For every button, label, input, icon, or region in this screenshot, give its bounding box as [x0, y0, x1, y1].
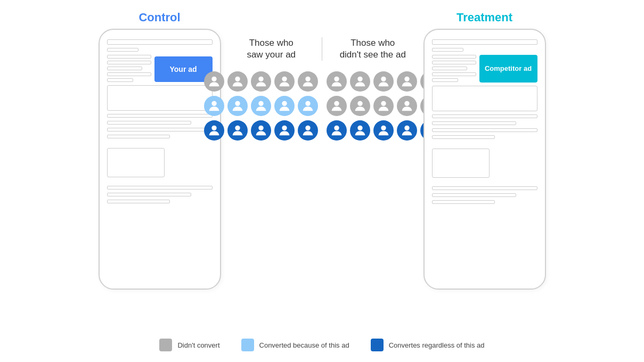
middle-section: Those whosaw your ad Those whodidn't see… — [221, 11, 423, 141]
person-db-3 — [251, 120, 271, 141]
person-db-5 — [298, 120, 318, 141]
phone-line — [432, 193, 516, 197]
svg-point-1 — [235, 77, 240, 81]
phone-line — [107, 128, 213, 131]
control-phone: Your ad — [99, 29, 221, 290]
your-ad-label: Your ad — [170, 65, 197, 73]
phone-line — [432, 78, 459, 82]
person-gray-4 — [274, 71, 295, 92]
person-lb-4 — [274, 96, 295, 116]
legend-label-regardless: Convertes regardless of this ad — [389, 341, 485, 349]
your-ad-block: Your ad — [154, 56, 213, 82]
person-lb-1 — [204, 96, 224, 116]
people-row-gray — [221, 71, 423, 92]
svg-point-5 — [334, 77, 339, 81]
svg-point-0 — [211, 77, 216, 81]
phone-bar-1 — [107, 39, 213, 45]
person-db-1 — [204, 120, 224, 141]
person-db-6 — [327, 120, 347, 141]
right-column-header: Those whodidn't see the ad — [322, 37, 423, 61]
phone-line — [432, 72, 476, 76]
person-db-8 — [373, 120, 394, 141]
phone-line — [107, 55, 151, 59]
lines-group-t1 — [432, 48, 537, 52]
people-row-lightblue — [221, 96, 423, 116]
person-lb-8 — [373, 96, 394, 116]
legend-color-darkblue — [371, 339, 384, 351]
control-section: Control Your ad — [99, 11, 221, 290]
person-db-2 — [227, 120, 248, 141]
legend-label-didnt: Didn't convert — [177, 341, 219, 349]
phone-line — [432, 48, 463, 52]
left-column-header: Those whosaw your ad — [221, 37, 322, 61]
treatment-phone: Competitor ad — [423, 29, 546, 290]
svg-point-14 — [305, 101, 310, 106]
svg-point-25 — [334, 126, 339, 130]
phone-row-t1: Competitor ad — [432, 55, 537, 83]
person-gray-9 — [397, 71, 417, 92]
svg-point-6 — [357, 77, 362, 81]
person-db-9 — [397, 120, 417, 141]
phone-line — [107, 78, 134, 82]
left-lines-t1 — [432, 55, 476, 82]
phone-line — [107, 135, 170, 138]
phone-line — [107, 67, 142, 70]
person-lb-2 — [227, 96, 248, 116]
left-lines-1 — [107, 55, 151, 82]
phone-box-small-t1 — [432, 149, 490, 178]
legend-converted-because: Converted because of this ad — [241, 339, 349, 351]
person-lb-9 — [397, 96, 417, 116]
person-gray-7 — [350, 71, 370, 92]
phone-line — [107, 61, 151, 64]
svg-point-7 — [381, 77, 386, 81]
person-gray-6 — [327, 71, 347, 92]
person-lb-5 — [298, 96, 318, 116]
svg-point-13 — [282, 101, 287, 106]
person-lb-3 — [251, 96, 271, 116]
svg-point-18 — [404, 101, 409, 106]
competitor-ad-block: Competitor ad — [479, 55, 537, 83]
person-lb-7 — [350, 96, 370, 116]
phone-row-1: Your ad — [107, 55, 213, 82]
phone-box-t1 — [432, 86, 537, 111]
svg-point-2 — [258, 77, 263, 81]
control-title: Control — [138, 11, 180, 24]
phone-box-1 — [107, 85, 213, 111]
person-gray-1 — [204, 71, 224, 92]
lines-group-1 — [107, 48, 213, 52]
svg-point-21 — [235, 126, 240, 130]
person-db-7 — [350, 120, 370, 141]
phone-line — [107, 200, 170, 203]
svg-point-12 — [258, 101, 263, 106]
svg-point-23 — [282, 126, 287, 130]
phone-line — [432, 186, 537, 190]
legend-color-gray — [159, 339, 172, 351]
svg-point-20 — [211, 126, 216, 130]
those-who-didnt: Those whodidn't see the ad — [340, 38, 406, 60]
people-row-darkblue — [221, 120, 423, 141]
legend-color-lightblue — [241, 339, 254, 351]
person-gray-5 — [298, 71, 318, 92]
phone-line — [107, 121, 191, 125]
phone-line — [432, 67, 467, 70]
svg-point-8 — [404, 77, 409, 81]
phone-line — [107, 114, 213, 118]
phone-box-small-1 — [107, 148, 165, 177]
phone-line — [432, 135, 495, 139]
phone-line — [432, 55, 476, 59]
svg-point-17 — [381, 101, 386, 106]
phone-line — [432, 128, 537, 132]
svg-point-28 — [404, 126, 409, 130]
person-gray-3 — [251, 71, 271, 92]
columns-header: Those whosaw your ad Those whodidn't see… — [221, 37, 423, 61]
people-grid — [221, 71, 423, 141]
svg-point-27 — [381, 126, 386, 130]
phone-line — [107, 193, 191, 196]
phone-line — [432, 61, 476, 64]
person-lb-6 — [327, 96, 347, 116]
competitor-ad-label: Competitor ad — [485, 64, 532, 73]
svg-point-26 — [357, 126, 362, 130]
phone-line — [107, 72, 151, 76]
phone-bar-t1 — [432, 39, 537, 45]
person-db-4 — [274, 120, 295, 141]
